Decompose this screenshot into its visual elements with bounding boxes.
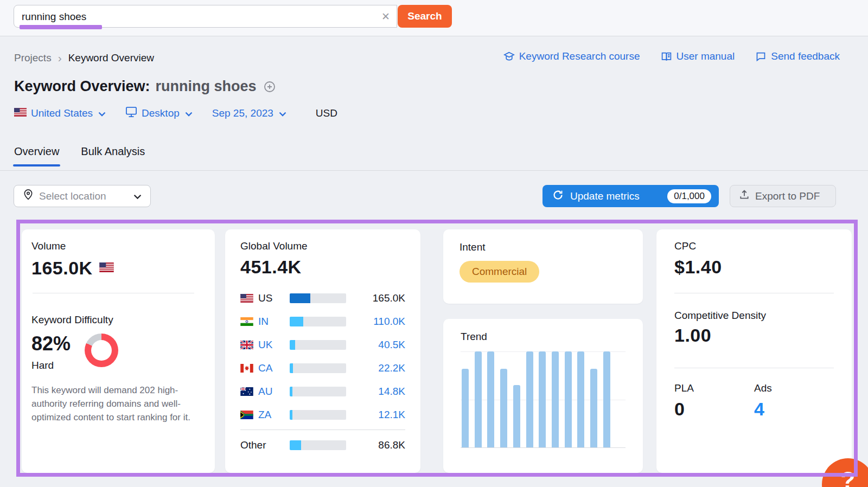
chart-baseline xyxy=(461,447,626,448)
keyword-difficulty-label: Keyword Difficulty xyxy=(31,314,205,326)
trend-bar xyxy=(526,351,533,447)
card-divider xyxy=(674,293,834,293)
title-keyword: running shoes xyxy=(156,78,257,95)
country-code-link[interactable]: IN xyxy=(258,316,290,328)
chevron-down-icon xyxy=(133,190,142,202)
select-location-dropdown[interactable]: Select location xyxy=(14,185,151,207)
tab-bulk-analysis[interactable]: Bulk Analysis xyxy=(81,145,145,166)
australia-flag-icon xyxy=(240,387,253,396)
trend-bar xyxy=(487,351,494,447)
us-flag-icon xyxy=(14,107,27,119)
card-divider xyxy=(33,293,194,293)
cpc-card: CPC $1.40 Competitive Density 1.00 PLA 0… xyxy=(656,229,852,473)
add-keyword-icon[interactable] xyxy=(263,80,276,93)
device-dropdown[interactable]: Desktop xyxy=(125,106,193,120)
trend-bar xyxy=(577,351,584,447)
country-code-link[interactable]: ZA xyxy=(258,409,290,421)
other-volume-value: 86.8K xyxy=(378,439,405,451)
user-manual-link[interactable]: User manual xyxy=(661,50,735,62)
volume-value: 165.0K xyxy=(31,258,93,279)
us-flag-icon xyxy=(240,294,253,303)
filters-row: United States Desktop Sep 25, 2023 USD xyxy=(14,106,337,120)
canada-flag-icon xyxy=(240,364,253,373)
country-volume-list: US 165.0K IN 110.0K UK 40.5K CA 22.2K AU xyxy=(240,286,405,457)
country-volume-link[interactable]: 22.2K xyxy=(378,362,405,374)
volume-difficulty-card: Volume 165.0K Keyword Difficulty 82% Har… xyxy=(22,229,215,473)
header-links: Keyword Research course User manual Send… xyxy=(503,50,840,62)
country-volume-link[interactable]: 110.0K xyxy=(373,316,405,328)
pla-label: PLA xyxy=(674,382,754,394)
trend-label: Trend xyxy=(461,331,626,343)
south-africa-flag-icon xyxy=(240,411,253,419)
trend-card: Trend xyxy=(443,319,643,473)
trend-bar xyxy=(590,369,597,447)
graduation-cap-icon xyxy=(503,51,515,62)
quota-badge: 0/1,000 xyxy=(667,189,711,203)
top-search-bar: running shoes ✕ Search xyxy=(0,0,868,36)
update-metrics-button[interactable]: Update metrics 0/1,000 xyxy=(542,185,719,207)
breadcrumb-separator-icon: › xyxy=(58,52,62,65)
intent-label: Intent xyxy=(459,241,627,253)
competitive-density-value: 1.00 xyxy=(674,325,834,346)
volume-bar xyxy=(290,440,346,450)
location-dropdown[interactable]: United States xyxy=(14,107,106,119)
breadcrumb: Projects › Keyword Overview xyxy=(14,52,154,65)
search-input[interactable]: running shoes ✕ xyxy=(14,5,397,28)
global-volume-value: 451.4K xyxy=(240,257,405,278)
ads-label: Ads xyxy=(754,382,834,394)
tab-overview[interactable]: Overview xyxy=(14,145,59,166)
ads-value: 4 xyxy=(754,399,834,420)
clear-search-icon[interactable]: ✕ xyxy=(381,10,390,23)
send-feedback-link[interactable]: Send feedback xyxy=(755,50,840,62)
search-query-text: running shoes xyxy=(22,11,86,23)
export-to-pdf-button[interactable]: Export to PDF xyxy=(730,185,836,207)
uk-flag-icon xyxy=(240,341,253,349)
country-code-link[interactable]: CA xyxy=(258,362,290,374)
card-divider xyxy=(240,430,405,430)
india-flag-icon xyxy=(240,317,253,326)
competitive-density-label: Competitive Density xyxy=(674,310,834,322)
difficulty-donut-chart xyxy=(85,334,118,367)
breadcrumb-projects[interactable]: Projects xyxy=(14,52,52,64)
country-code-link[interactable]: UK xyxy=(258,339,290,351)
country-row-ca: CA 22.2K xyxy=(240,356,405,380)
chevron-down-icon xyxy=(98,107,106,119)
trend-bar xyxy=(475,351,482,447)
volume-bar xyxy=(290,410,346,420)
keyword-research-course-link[interactable]: Keyword Research course xyxy=(503,50,640,62)
volume-bar xyxy=(290,317,346,326)
date-dropdown[interactable]: Sep 25, 2023 xyxy=(212,107,286,119)
country-row-uk: UK 40.5K xyxy=(240,333,405,356)
chat-bubble-icon xyxy=(755,51,767,62)
trend-bar xyxy=(603,351,610,447)
volume-bar xyxy=(290,293,346,303)
cpc-label: CPC xyxy=(674,240,834,252)
tabs: Overview Bulk Analysis xyxy=(14,145,145,166)
country-volume-value: 165.0K xyxy=(373,292,405,304)
export-upload-icon xyxy=(739,189,750,203)
country-volume-link[interactable]: 14.8K xyxy=(378,386,405,398)
trend-bar xyxy=(500,369,507,447)
trend-bar xyxy=(513,385,520,447)
country-row-au: AU 14.8K xyxy=(240,380,405,403)
intent-card: Intent Commercial xyxy=(443,229,643,304)
country-code: US xyxy=(258,292,290,304)
monitor-icon xyxy=(125,106,137,120)
search-button[interactable]: Search xyxy=(398,5,452,28)
volume-bar xyxy=(290,340,346,350)
volume-label: Volume xyxy=(31,240,205,252)
country-row-za: ZA 12.1K xyxy=(240,403,405,426)
pla-value: 0 xyxy=(674,399,754,420)
country-code-link[interactable]: AU xyxy=(258,386,290,398)
chevron-down-icon xyxy=(279,107,286,119)
country-volume-link[interactable]: 40.5K xyxy=(378,339,405,351)
global-volume-label: Global Volume xyxy=(240,240,405,252)
search-highlight-annotation xyxy=(20,25,102,29)
question-mark-icon: ? xyxy=(841,467,856,487)
trend-bar xyxy=(565,351,572,447)
intent-badge[interactable]: Commercial xyxy=(459,261,539,283)
volume-bar xyxy=(290,363,346,373)
country-volume-link[interactable]: 12.1K xyxy=(378,409,405,421)
cpc-value: $1.40 xyxy=(674,257,834,278)
trend-bar-chart xyxy=(461,351,626,448)
